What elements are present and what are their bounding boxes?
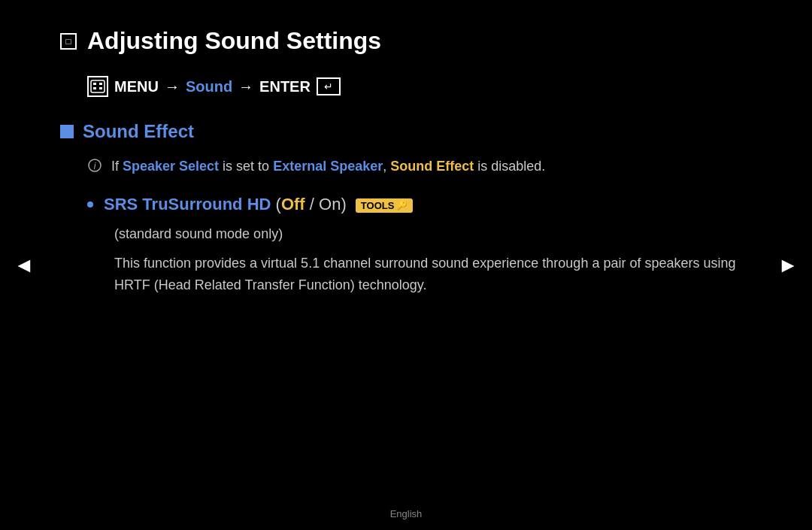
svg-text:i: i — [94, 161, 96, 171]
section-square-icon — [60, 125, 74, 138]
note-text-before: If — [111, 159, 123, 174]
page-title-container: □ Adjusting Sound Settings — [60, 27, 752, 55]
svg-rect-2 — [99, 83, 102, 85]
note-highlight1: Speaker Select — [123, 159, 219, 174]
menu-label: MENU — [114, 78, 159, 95]
menu-arrow2: → — [238, 78, 253, 95]
nav-arrow-right[interactable]: ► — [777, 253, 798, 277]
menu-remote-icon — [87, 76, 108, 97]
svg-rect-3 — [93, 87, 96, 89]
bullet-highlight: SRS TruSurround HD — [104, 195, 271, 214]
svg-rect-0 — [91, 80, 105, 92]
body-text: This function provides a virtual 5.1 cha… — [114, 253, 752, 296]
tools-label: TOOLS — [361, 200, 395, 211]
section-heading: Sound Effect — [60, 121, 752, 142]
sub-note: (standard sound mode only) — [114, 226, 752, 242]
bullet-line: SRS TruSurround HD (Off / On) TOOLS🔑 — [87, 195, 752, 214]
bullet-options-close: ) — [341, 195, 346, 214]
enter-symbol: ↵ — [324, 80, 333, 92]
bullet-option-on: On — [319, 195, 341, 214]
section-title: Sound Effect — [83, 121, 194, 142]
note-highlight3: Sound Effect — [390, 159, 474, 174]
tools-badge: TOOLS🔑 — [356, 198, 414, 213]
note-text-after: is disabled. — [474, 159, 545, 174]
right-arrow-icon: ► — [777, 253, 798, 277]
bullet-text: SRS TruSurround HD (Off / On) TOOLS🔑 — [104, 195, 413, 214]
svg-rect-4 — [99, 87, 102, 89]
note-separator: , — [383, 159, 390, 174]
note-text-mid: is set to — [219, 159, 273, 174]
left-arrow-icon: ◄ — [14, 253, 35, 277]
main-content: □ Adjusting Sound Settings MENU → Sound … — [0, 0, 812, 296]
note-text: If Speaker Select is set to External Spe… — [111, 157, 545, 176]
bullet-option-off: Off — [281, 195, 305, 214]
page-title: Adjusting Sound Settings — [87, 27, 381, 55]
footer: English — [0, 508, 812, 519]
body-text-content: This function provides a virtual 5.1 cha… — [114, 256, 736, 292]
checkbox-icon: □ — [60, 33, 77, 50]
menu-sound: Sound — [186, 78, 232, 95]
footer-text: English — [390, 508, 423, 519]
menu-path: MENU → Sound → ENTER ↵ — [87, 76, 752, 97]
bullet-slash: / — [305, 195, 319, 214]
svg-rect-1 — [93, 83, 96, 85]
bullet-options-open: ( — [271, 195, 280, 214]
note-line: i If Speaker Select is set to External S… — [87, 157, 752, 178]
note-highlight2: External Speaker — [273, 159, 383, 174]
note-icon: i — [87, 158, 102, 178]
bullet-dot-icon — [87, 201, 93, 207]
sub-note-text: (standard sound mode only) — [114, 226, 283, 241]
menu-arrow1: → — [165, 78, 180, 95]
nav-arrow-left[interactable]: ◄ — [14, 253, 35, 277]
enter-icon: ↵ — [317, 77, 341, 95]
menu-enter-label: ENTER — [259, 78, 311, 95]
tools-badge-icon: 🔑 — [396, 200, 408, 210]
